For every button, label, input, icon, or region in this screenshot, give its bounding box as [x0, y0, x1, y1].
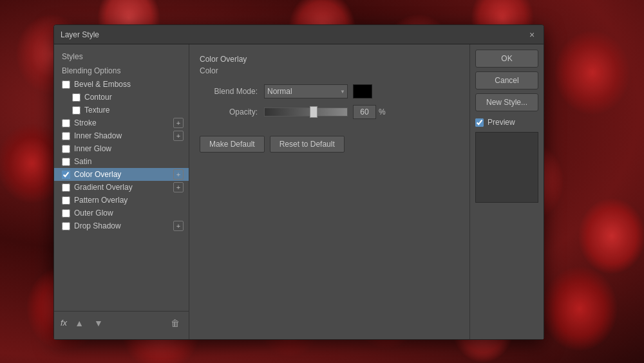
- move-up-button[interactable]: ▲: [72, 317, 86, 330]
- section-title: Color Overlay: [200, 55, 459, 64]
- sidebar-item-contour[interactable]: Contour: [54, 91, 189, 104]
- preview-checkbox[interactable]: [475, 118, 484, 127]
- satin-label: Satin: [74, 157, 91, 166]
- opacity-input[interactable]: [353, 105, 376, 119]
- blend-mode-select[interactable]: Normal Dissolve Multiply Screen Overlay …: [264, 84, 348, 98]
- color-overlay-checkbox[interactable]: [62, 171, 70, 179]
- sidebar-item-satin[interactable]: Satin: [54, 155, 189, 168]
- sidebar-item-gradient-overlay[interactable]: Gradient Overlay +: [54, 181, 189, 194]
- preview-box: [475, 132, 538, 203]
- dialog-title: Layer Style: [61, 30, 99, 39]
- layer-style-dialog: Layer Style × Styles Blending Options Be…: [53, 24, 544, 340]
- sidebar-item-stroke[interactable]: Stroke +: [54, 116, 189, 129]
- inner-shadow-checkbox[interactable]: [62, 132, 70, 140]
- move-down-button[interactable]: ▼: [91, 317, 106, 330]
- reset-default-button[interactable]: Reset to Default: [270, 136, 345, 153]
- opacity-slider[interactable]: [264, 107, 348, 116]
- color-overlay-label: Color Overlay: [74, 170, 121, 179]
- sidebar-item-drop-shadow[interactable]: Drop Shadow +: [54, 219, 189, 232]
- blend-mode-row: Blend Mode: Normal Dissolve Multiply Scr…: [200, 84, 459, 98]
- styles-label: Styles: [54, 50, 189, 64]
- sidebar-item-inner-glow[interactable]: Inner Glow: [54, 142, 189, 155]
- main-content: Color Overlay Color Blend Mode: Normal D…: [189, 44, 469, 339]
- fx-label: fx: [61, 318, 67, 328]
- close-button[interactable]: ×: [527, 30, 537, 40]
- sidebar-item-bevel-emboss[interactable]: Bevel & Emboss: [54, 78, 189, 91]
- drop-shadow-label: Drop Shadow: [74, 221, 121, 230]
- sidebar-item-pattern-overlay[interactable]: Pattern Overlay: [54, 194, 189, 207]
- inner-glow-checkbox[interactable]: [62, 145, 70, 153]
- drop-shadow-plus-button[interactable]: +: [173, 221, 184, 231]
- inner-shadow-plus-button[interactable]: +: [173, 131, 184, 141]
- drop-shadow-checkbox[interactable]: [62, 222, 70, 230]
- opacity-label: Opacity:: [200, 107, 258, 116]
- ok-button[interactable]: OK: [475, 50, 538, 68]
- right-panel: OK Cancel New Style... Preview: [469, 44, 544, 339]
- sidebar-item-color-overlay[interactable]: Color Overlay +: [54, 168, 189, 181]
- sidebar-item-inner-shadow[interactable]: Inner Shadow +: [54, 129, 189, 142]
- new-style-button[interactable]: New Style...: [475, 93, 538, 111]
- percent-label: %: [379, 107, 386, 116]
- blend-mode-label: Blend Mode:: [200, 87, 258, 96]
- texture-checkbox[interactable]: [72, 106, 80, 115]
- outer-glow-label: Outer Glow: [74, 209, 113, 218]
- satin-checkbox[interactable]: [62, 158, 70, 166]
- dialog-body: Styles Blending Options Bevel & Emboss C…: [54, 44, 544, 339]
- section-subtitle: Color: [200, 66, 459, 75]
- pattern-overlay-label: Pattern Overlay: [74, 196, 128, 205]
- stroke-checkbox[interactable]: [62, 119, 70, 127]
- make-default-button[interactable]: Make Default: [200, 136, 265, 153]
- gradient-overlay-label: Gradient Overlay: [74, 183, 133, 192]
- stroke-label: Stroke: [74, 118, 97, 127]
- gradient-overlay-checkbox[interactable]: [62, 183, 70, 192]
- preview-label-row: Preview: [475, 118, 538, 127]
- preview-label: Preview: [488, 118, 515, 127]
- button-row: Make Default Reset to Default: [200, 136, 459, 153]
- contour-label: Contour: [84, 93, 112, 102]
- gradient-overlay-plus-button[interactable]: +: [173, 182, 184, 192]
- inner-glow-label: Inner Glow: [74, 144, 111, 153]
- color-overlay-plus-button[interactable]: +: [173, 169, 184, 180]
- dialog-titlebar: Layer Style ×: [54, 25, 544, 44]
- stroke-plus-button[interactable]: +: [173, 118, 184, 128]
- opacity-row: Opacity: %: [200, 105, 459, 119]
- pattern-overlay-checkbox[interactable]: [62, 196, 70, 205]
- sidebar-item-texture[interactable]: Texture: [54, 104, 189, 116]
- bevel-emboss-label: Bevel & Emboss: [74, 80, 131, 89]
- blending-options-label[interactable]: Blending Options: [54, 64, 189, 78]
- bevel-emboss-checkbox[interactable]: [62, 80, 70, 89]
- color-swatch[interactable]: [353, 84, 372, 98]
- outer-glow-checkbox[interactable]: [62, 209, 70, 218]
- inner-shadow-label: Inner Shadow: [74, 131, 122, 140]
- sidebar-footer: fx ▲ ▼ 🗑: [54, 311, 189, 334]
- texture-label: Texture: [84, 106, 109, 115]
- sidebar-item-outer-glow[interactable]: Outer Glow: [54, 207, 189, 219]
- blend-mode-select-wrapper: Normal Dissolve Multiply Screen Overlay …: [264, 84, 348, 98]
- contour-checkbox[interactable]: [72, 93, 80, 102]
- cancel-button[interactable]: Cancel: [475, 71, 538, 89]
- sidebar: Styles Blending Options Bevel & Emboss C…: [54, 44, 189, 339]
- delete-button[interactable]: 🗑: [168, 317, 182, 330]
